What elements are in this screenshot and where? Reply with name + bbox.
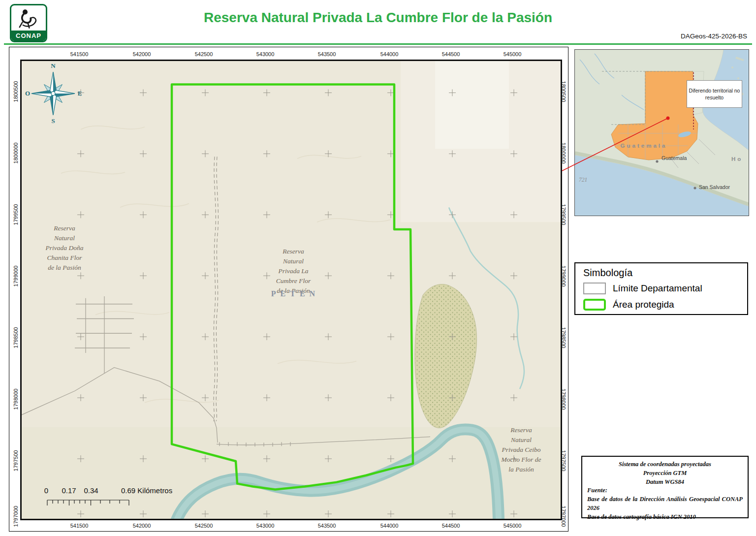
coordinate-label: 1798500 [13,327,19,348]
coordinate-label: 545000 [504,523,522,529]
partial-country-label: Ho [731,156,743,162]
coord-system-text: Sistema de coordenadas proyectadas [587,460,743,469]
conap-logo-text: CONAP [11,31,46,41]
scale-tick-label: 0 [44,486,48,495]
scale-bar: 0 0.17 0.34 0.69 Kilómetros [44,485,221,515]
compass-s: S [51,117,55,125]
route-number-label: 721 [579,177,587,183]
light-terrain-patch [435,61,509,149]
coordinate-label: 1797000 [561,506,567,527]
country-label: Guatemala [621,143,667,149]
coordinate-label: 542500 [195,523,213,529]
coordinate-label: 543500 [318,51,336,57]
coordinate-label: 541500 [70,523,89,529]
coordinate-label: 543000 [256,51,275,57]
legend-item-label: Límite Departamental [613,283,702,294]
reserve-label-right: Reserva Natural Privada Ceibo Mocho Flor… [502,425,541,474]
coordinate-label: 542500 [195,51,213,57]
coordinate-label: 1799000 [13,266,19,287]
coordinate-label: 1800000 [13,143,19,164]
legend-item-area-protegida: Área protegida [583,299,739,311]
coordinate-label: 1797000 [13,506,19,527]
department-label: PETEN [271,289,319,298]
territorial-note: Diferendo territorial no resuelto [687,80,742,108]
coordinate-label: 544000 [380,51,399,57]
coordinate-label: 1798500 [561,327,567,348]
inset-map: Diferendo territorial no resuelto Guatem… [574,49,749,216]
source-2-text: Base de datos cartografía básica IGN 201… [587,513,743,522]
limite-departamental-swatch [583,283,606,294]
legend-title: Simbología [583,267,739,279]
scale-end-label: 0.69 Kilómetros [121,486,172,495]
coordinate-label: 1799500 [13,204,19,225]
legend: Simbología Límite Departamental Área pro… [574,262,748,315]
legend-item-limite-departamental: Límite Departamental [583,283,739,294]
reserve-label-left: Reserva Natural Privada Doña Chanita Flo… [46,223,84,273]
coordinate-label: 1797500 [13,450,19,472]
coordinate-label: 1800500 [13,81,19,102]
map-document: CONAP Reserva Natural Privada La Cumbre … [0,0,756,536]
coordinate-label: 1798000 [561,389,567,410]
coordinate-label: 1797500 [561,450,567,472]
guatemala-city-dot [656,160,658,162]
source-label: Fuente: [587,486,743,495]
credits-box: Sistema de coordenadas proyectadas Proye… [581,456,749,518]
coordinate-label: 544500 [442,523,460,529]
reserve-label-center: Reserva Natural Privada La Cumbre Flor d… [276,247,311,296]
coordinate-label: 1799000 [561,266,567,287]
scale-tick-label: 0.17 [62,486,76,495]
coordinate-label: 1800000 [561,143,567,164]
map-canvas: N E S O Reserva Natural Privada Doña Cha… [20,60,562,520]
area-protegida-swatch [583,299,606,311]
scale-ruler [44,499,142,507]
compass-e: E [78,90,82,97]
compass-rose-icon: N E S O [25,62,84,125]
coordinate-label: 541500 [70,51,89,57]
conap-logo: CONAP [10,4,47,42]
coordinate-label: 545000 [504,51,522,57]
map-frame: N E S O Reserva Natural Privada Doña Cha… [9,47,568,532]
scale-tick-label: 0.34 [84,486,98,495]
coordinate-label: 544500 [442,51,460,57]
coordinate-label: 1800500 [561,81,567,102]
city-label-san-salvador: San Salvador [699,184,730,190]
coordinate-label: 1798000 [13,389,19,410]
coordinate-label: 543500 [318,523,336,529]
compass-n: N [51,62,56,69]
compass-o: O [25,90,30,97]
coordinate-label: 1799500 [561,204,567,225]
page-title: Reserva Natural Privada La Cumbre Flor d… [204,10,552,26]
san-salvador-city-dot [693,187,696,189]
inset-graphics [575,50,749,216]
doc-code: DAGeos-425-2026-BS [681,32,747,40]
datum-text: Datum WGS84 [587,478,743,487]
legend-item-label: Área protegida [613,299,674,310]
coordinate-label: 542000 [133,51,151,57]
city-label-guatemala: Guatemala [662,155,687,161]
coordinate-label: 543000 [256,523,275,529]
header-divider [4,43,752,45]
projection-text: Proyección GTM [587,469,743,478]
coordinate-label: 542000 [133,523,151,529]
source-1-text: Base de datos de la Dirección Análisis G… [587,495,743,513]
monkey-icon [13,7,44,29]
coordinate-label: 544000 [380,523,399,529]
